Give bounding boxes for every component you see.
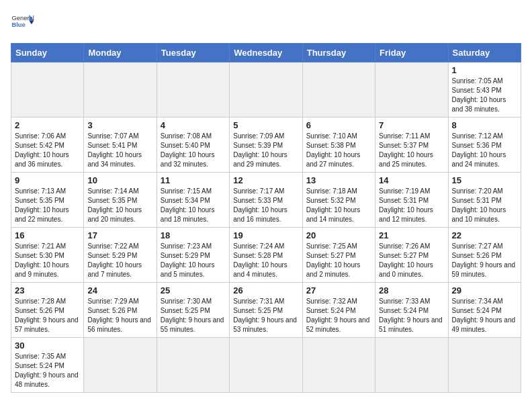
weekday-header-row: SundayMondayTuesdayWednesdayThursdayFrid… xyxy=(11,44,521,62)
weekday-header-saturday: Saturday xyxy=(448,44,521,62)
day-number: 21 xyxy=(379,230,444,240)
day-info: Sunrise: 7:10 AM Sunset: 5:38 PM Dayligh… xyxy=(306,132,371,169)
svg-text:Blue: Blue xyxy=(11,21,25,28)
calendar-week-row: 23Sunrise: 7:28 AM Sunset: 5:26 PM Dayli… xyxy=(11,283,521,338)
day-info: Sunrise: 7:26 AM Sunset: 5:27 PM Dayligh… xyxy=(379,242,444,279)
svg-marker-3 xyxy=(29,20,34,24)
calendar-day-cell: 24Sunrise: 7:29 AM Sunset: 5:26 PM Dayli… xyxy=(84,283,157,338)
day-info: Sunrise: 7:30 AM Sunset: 5:25 PM Dayligh… xyxy=(161,297,226,334)
day-info: Sunrise: 7:20 AM Sunset: 5:31 PM Dayligh… xyxy=(452,187,517,224)
day-info: Sunrise: 7:31 AM Sunset: 5:25 PM Dayligh… xyxy=(233,297,298,334)
day-info: Sunrise: 7:17 AM Sunset: 5:33 PM Dayligh… xyxy=(233,187,298,224)
day-number: 28 xyxy=(379,285,444,295)
day-number: 2 xyxy=(15,120,80,130)
calendar-day-cell: 1Sunrise: 7:05 AM Sunset: 5:43 PM Daylig… xyxy=(448,62,521,118)
day-number: 16 xyxy=(15,230,80,240)
day-info: Sunrise: 7:22 AM Sunset: 5:29 PM Dayligh… xyxy=(87,242,152,279)
calendar-day-cell xyxy=(448,338,521,393)
day-info: Sunrise: 7:23 AM Sunset: 5:29 PM Dayligh… xyxy=(161,242,226,279)
calendar-day-cell: 9Sunrise: 7:13 AM Sunset: 5:35 PM Daylig… xyxy=(11,173,84,228)
calendar-day-cell xyxy=(375,338,448,393)
logo: General Blue xyxy=(11,11,35,35)
calendar-day-cell: 20Sunrise: 7:25 AM Sunset: 5:27 PM Dayli… xyxy=(302,228,375,283)
calendar-day-cell: 28Sunrise: 7:33 AM Sunset: 5:24 PM Dayli… xyxy=(375,283,448,338)
day-info: Sunrise: 7:14 AM Sunset: 5:35 PM Dayligh… xyxy=(87,187,152,224)
calendar-day-cell: 15Sunrise: 7:20 AM Sunset: 5:31 PM Dayli… xyxy=(448,173,521,228)
calendar-day-cell: 2Sunrise: 7:06 AM Sunset: 5:42 PM Daylig… xyxy=(11,118,84,173)
day-number: 4 xyxy=(161,120,226,130)
day-info: Sunrise: 7:33 AM Sunset: 5:24 PM Dayligh… xyxy=(379,297,444,334)
calendar-day-cell: 27Sunrise: 7:32 AM Sunset: 5:24 PM Dayli… xyxy=(302,283,375,338)
calendar-day-cell: 5Sunrise: 7:09 AM Sunset: 5:39 PM Daylig… xyxy=(230,118,302,173)
weekday-header-friday: Friday xyxy=(375,44,448,62)
calendar-day-cell: 16Sunrise: 7:21 AM Sunset: 5:30 PM Dayli… xyxy=(11,228,84,283)
day-number: 9 xyxy=(15,175,80,185)
calendar-day-cell: 13Sunrise: 7:18 AM Sunset: 5:32 PM Dayli… xyxy=(302,173,375,228)
calendar-day-cell xyxy=(157,338,229,393)
weekday-header-wednesday: Wednesday xyxy=(230,44,302,62)
day-number: 5 xyxy=(233,120,298,130)
day-info: Sunrise: 7:18 AM Sunset: 5:32 PM Dayligh… xyxy=(306,187,371,224)
day-number: 11 xyxy=(161,175,226,185)
day-number: 20 xyxy=(306,230,371,240)
calendar-day-cell: 30Sunrise: 7:35 AM Sunset: 5:24 PM Dayli… xyxy=(11,338,84,393)
weekday-header-sunday: Sunday xyxy=(11,44,84,62)
day-info: Sunrise: 7:15 AM Sunset: 5:34 PM Dayligh… xyxy=(161,187,226,224)
day-info: Sunrise: 7:27 AM Sunset: 5:26 PM Dayligh… xyxy=(452,242,517,279)
calendar-day-cell xyxy=(84,338,157,393)
calendar-day-cell: 6Sunrise: 7:10 AM Sunset: 5:38 PM Daylig… xyxy=(302,118,375,173)
calendar-day-cell: 25Sunrise: 7:30 AM Sunset: 5:25 PM Dayli… xyxy=(157,283,229,338)
calendar-day-cell xyxy=(84,62,157,118)
calendar-day-cell xyxy=(157,62,229,118)
calendar-day-cell: 26Sunrise: 7:31 AM Sunset: 5:25 PM Dayli… xyxy=(230,283,302,338)
calendar-week-row: 16Sunrise: 7:21 AM Sunset: 5:30 PM Dayli… xyxy=(11,228,521,283)
calendar-week-row: 9Sunrise: 7:13 AM Sunset: 5:35 PM Daylig… xyxy=(11,173,521,228)
day-info: Sunrise: 7:21 AM Sunset: 5:30 PM Dayligh… xyxy=(15,242,80,279)
day-info: Sunrise: 7:08 AM Sunset: 5:40 PM Dayligh… xyxy=(161,132,226,169)
day-number: 22 xyxy=(452,230,517,240)
calendar-day-cell: 7Sunrise: 7:11 AM Sunset: 5:37 PM Daylig… xyxy=(375,118,448,173)
day-info: Sunrise: 7:32 AM Sunset: 5:24 PM Dayligh… xyxy=(306,297,371,334)
day-number: 25 xyxy=(161,285,226,295)
calendar-day-cell: 18Sunrise: 7:23 AM Sunset: 5:29 PM Dayli… xyxy=(157,228,229,283)
day-number: 1 xyxy=(452,65,517,75)
calendar-week-row: 30Sunrise: 7:35 AM Sunset: 5:24 PM Dayli… xyxy=(11,338,521,393)
day-number: 17 xyxy=(87,230,152,240)
calendar-day-cell: 23Sunrise: 7:28 AM Sunset: 5:26 PM Dayli… xyxy=(11,283,84,338)
calendar-day-cell: 19Sunrise: 7:24 AM Sunset: 5:28 PM Dayli… xyxy=(230,228,302,283)
calendar-day-cell xyxy=(302,62,375,118)
day-number: 30 xyxy=(15,340,80,351)
day-number: 15 xyxy=(452,175,517,185)
day-number: 23 xyxy=(15,285,80,295)
day-info: Sunrise: 7:25 AM Sunset: 5:27 PM Dayligh… xyxy=(306,242,371,279)
calendar-day-cell xyxy=(230,62,302,118)
day-number: 29 xyxy=(452,285,517,295)
day-number: 6 xyxy=(306,120,371,130)
day-info: Sunrise: 7:34 AM Sunset: 5:24 PM Dayligh… xyxy=(452,297,517,334)
day-info: Sunrise: 7:13 AM Sunset: 5:35 PM Dayligh… xyxy=(15,187,80,224)
calendar-day-cell: 29Sunrise: 7:34 AM Sunset: 5:24 PM Dayli… xyxy=(448,283,521,338)
day-number: 10 xyxy=(87,175,152,185)
day-number: 3 xyxy=(87,120,152,130)
day-number: 13 xyxy=(306,175,371,185)
day-info: Sunrise: 7:06 AM Sunset: 5:42 PM Dayligh… xyxy=(15,132,80,169)
day-info: Sunrise: 7:24 AM Sunset: 5:28 PM Dayligh… xyxy=(233,242,298,279)
day-number: 18 xyxy=(161,230,226,240)
day-number: 7 xyxy=(379,120,444,130)
day-number: 27 xyxy=(306,285,371,295)
day-info: Sunrise: 7:11 AM Sunset: 5:37 PM Dayligh… xyxy=(379,132,444,169)
calendar-day-cell xyxy=(230,338,302,393)
day-info: Sunrise: 7:28 AM Sunset: 5:26 PM Dayligh… xyxy=(15,297,80,334)
calendar-table: SundayMondayTuesdayWednesdayThursdayFrid… xyxy=(11,43,521,393)
day-info: Sunrise: 7:09 AM Sunset: 5:39 PM Dayligh… xyxy=(233,132,298,169)
calendar-week-row: 2Sunrise: 7:06 AM Sunset: 5:42 PM Daylig… xyxy=(11,118,521,173)
calendar-day-cell: 17Sunrise: 7:22 AM Sunset: 5:29 PM Dayli… xyxy=(84,228,157,283)
calendar-day-cell: 14Sunrise: 7:19 AM Sunset: 5:31 PM Dayli… xyxy=(375,173,448,228)
weekday-header-monday: Monday xyxy=(84,44,157,62)
day-number: 12 xyxy=(233,175,298,185)
calendar-day-cell: 10Sunrise: 7:14 AM Sunset: 5:35 PM Dayli… xyxy=(84,173,157,228)
day-info: Sunrise: 7:35 AM Sunset: 5:24 PM Dayligh… xyxy=(15,352,80,390)
weekday-header-thursday: Thursday xyxy=(302,44,375,62)
calendar-day-cell: 11Sunrise: 7:15 AM Sunset: 5:34 PM Dayli… xyxy=(157,173,229,228)
day-info: Sunrise: 7:05 AM Sunset: 5:43 PM Dayligh… xyxy=(452,77,517,114)
